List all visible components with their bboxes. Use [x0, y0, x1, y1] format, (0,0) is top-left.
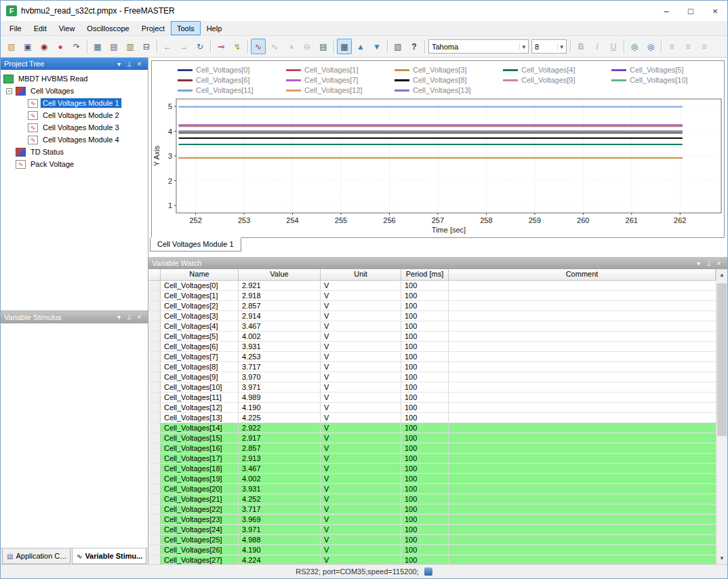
tree-item-cell-voltages[interactable]: Cell Voltages	[1, 85, 148, 97]
properties-button[interactable]: ▧	[390, 39, 405, 54]
record-stop-button[interactable]: ●	[53, 39, 68, 54]
copy-button[interactable]: ▤	[106, 39, 121, 54]
table-row[interactable]: Cell_Voltages[14]2.922V100	[148, 423, 716, 433]
column-header-period[interactable]: Period [ms]	[401, 269, 449, 281]
save-project-button[interactable]: ▣	[20, 39, 35, 54]
print-button[interactable]: ⊟	[139, 39, 154, 54]
table-row[interactable]: Cell_Voltages[3]2.914V100	[148, 311, 716, 321]
refresh-button[interactable]: ↻	[193, 39, 207, 54]
tab-cell-voltages-module-1[interactable]: Cell Voltages Module 1	[150, 237, 241, 252]
table-row[interactable]: Cell_Voltages[21]4.252V100	[148, 494, 716, 504]
table-row[interactable]: Cell_Voltages[1]2.918V100	[148, 291, 716, 301]
grid-toggle-button[interactable]: ▦	[337, 39, 352, 54]
menu-item-project[interactable]: Project	[136, 21, 171, 35]
move-up-button[interactable]: ▲	[353, 39, 368, 54]
chevron-down-icon[interactable]: ▾	[557, 43, 563, 50]
menu-item-edit[interactable]: Edit	[28, 21, 53, 35]
size-combo[interactable]: 8▾	[531, 39, 567, 54]
table-row[interactable]: Cell_Voltages[2]2.857V100	[148, 301, 716, 311]
move-down-button[interactable]: ▼	[369, 39, 384, 54]
table-row[interactable]: Cell_Voltages[20]3.931V100	[148, 484, 716, 494]
tree-item-cell-voltages-module-3[interactable]: Cell Voltages Module 3	[1, 121, 148, 134]
tree-item-pack-voltage[interactable]: Pack Voltage	[1, 158, 148, 170]
table-row[interactable]: Cell_Voltages[25]4.988V100	[148, 535, 716, 545]
pin-icon[interactable]: ⊥	[124, 60, 134, 68]
table-row[interactable]: Cell_Voltages[5]4.002V100	[148, 332, 716, 342]
connection-wizard-button[interactable]: ⊸	[214, 39, 228, 54]
copy-graph-button[interactable]: ▤	[316, 39, 331, 54]
table-row[interactable]: Cell_Voltages[23]3.969V100	[148, 515, 716, 525]
table-row[interactable]: Cell_Voltages[10]3.971V100	[148, 382, 716, 393]
scroll-up-icon[interactable]: ▲	[716, 269, 727, 281]
panel-menu-icon[interactable]: ▾	[114, 60, 124, 68]
table-row[interactable]: Cell_Voltages[24]3.971V100	[148, 525, 716, 535]
table-row[interactable]: Cell_Voltages[17]2.913V100	[148, 454, 716, 464]
close-icon[interactable]: ×	[714, 260, 724, 267]
stop-communication-button[interactable]: ◉	[37, 39, 52, 54]
maximize-button[interactable]: □	[679, 1, 703, 21]
font-combo[interactable]: Tahoma▾	[428, 39, 529, 54]
vertical-scrollbar[interactable]: ▲ ▼	[716, 269, 727, 564]
panel-menu-icon[interactable]: ▾	[693, 260, 704, 267]
column-header-comment[interactable]: Comment	[449, 269, 716, 281]
scrollbar-thumb[interactable]	[717, 283, 727, 436]
oscilloscope-plot[interactable]: 25225325425525625725825926026126212345Ti…	[152, 96, 725, 235]
reload-symbols-button[interactable]: ↷	[69, 39, 84, 54]
communication-button[interactable]: ↯	[230, 39, 245, 54]
context-help-button[interactable]: ?	[407, 39, 422, 54]
table-row[interactable]: Cell_Voltages[16]2.857V100	[148, 443, 716, 454]
forward-button[interactable]: →	[176, 39, 191, 54]
panel-menu-icon[interactable]: ▾	[114, 313, 124, 321]
table-row[interactable]: Cell_Voltages[15]2.917V100	[148, 433, 716, 443]
project-blocks-button[interactable]: ▦	[90, 39, 105, 54]
menu-item-oscilloscope[interactable]: Oscilloscope	[81, 21, 135, 35]
table-row[interactable]: Cell_Voltages[4]3.467V100	[148, 321, 716, 332]
column-header-unit[interactable]: Unit	[321, 269, 401, 281]
table-row[interactable]: Cell_Voltages[7]4.253V100	[148, 352, 716, 362]
sidebar-tab-application-c[interactable]: Application C...	[2, 548, 70, 564]
back-button[interactable]: ←	[160, 39, 175, 54]
tree-item-mbdt-hvbms-read[interactable]: MBDT HVBMS Read	[1, 73, 148, 85]
table-row[interactable]: Cell_Voltages[13]4.225V100	[148, 413, 716, 423]
insert-link-button[interactable]: ◎	[627, 39, 642, 54]
menu-item-file[interactable]: File	[3, 21, 28, 35]
tree-item-cell-voltages-module-1[interactable]: Cell Voltages Module 1	[1, 97, 148, 109]
scroll-down-icon[interactable]: ▼	[716, 553, 727, 564]
menu-item-view[interactable]: View	[53, 21, 81, 35]
tree-expander-icon[interactable]	[6, 88, 12, 94]
chevron-down-icon[interactable]: ▾	[519, 43, 525, 50]
table-row[interactable]: Cell_Voltages[22]3.717V100	[148, 504, 716, 515]
table-row[interactable]: Cell_Voltages[11]4.989V100	[148, 393, 716, 403]
close-icon[interactable]: ×	[134, 313, 144, 321]
menu-item-help[interactable]: Help	[201, 21, 228, 35]
minimize-button[interactable]: –	[654, 1, 679, 21]
table-row[interactable]: Cell_Voltages[27]4.224V100	[148, 555, 716, 564]
column-header-value[interactable]: Value	[239, 269, 321, 281]
tree-item-td-status[interactable]: TD Status	[1, 146, 148, 158]
table-row[interactable]: Cell_Voltages[6]3.931V100	[148, 342, 716, 352]
new-oscilloscope-button[interactable]: ∿	[251, 39, 266, 54]
tree-item-cell-voltages-module-4[interactable]: Cell Voltages Module 4	[1, 134, 148, 146]
table-row[interactable]: Cell_Voltages[26]4.190V100	[148, 545, 716, 555]
legend-label: Cell_Voltages[5]	[630, 66, 684, 74]
table-row[interactable]: Cell_Voltages[18]3.467V100	[148, 464, 716, 474]
close-icon[interactable]: ×	[134, 60, 144, 68]
toolbar-separator	[624, 40, 624, 54]
close-button[interactable]: ×	[703, 1, 727, 21]
table-row[interactable]: Cell_Voltages[0]2.921V100	[148, 281, 716, 291]
table-row[interactable]: Cell_Voltages[8]3.717V100	[148, 362, 716, 372]
sidebar-tab-variable-stimu[interactable]: Variable Stimu...	[72, 548, 146, 564]
browse-web-button[interactable]: ◎	[643, 39, 658, 54]
table-row[interactable]: Cell_Voltages[12]4.190V100	[148, 403, 716, 413]
table-row[interactable]: Cell_Voltages[9]3.970V100	[148, 372, 716, 382]
column-header-name[interactable]: Name	[161, 269, 239, 281]
pin-icon[interactable]: ⊥	[704, 260, 714, 267]
pin-icon[interactable]: ⊥	[124, 313, 134, 321]
menu-item-tools[interactable]: Tools	[171, 21, 201, 35]
table-row[interactable]: Cell_Voltages[19]4.002V100	[148, 474, 716, 484]
zoom-out-button: ⊖	[300, 39, 315, 54]
tree-item-cell-voltages-module-2[interactable]: Cell Voltages Module 2	[1, 109, 148, 121]
open-project-button[interactable]: ▨	[4, 39, 19, 54]
paste-button[interactable]: ▥	[123, 39, 138, 54]
scrollbar-track[interactable]	[716, 281, 727, 553]
